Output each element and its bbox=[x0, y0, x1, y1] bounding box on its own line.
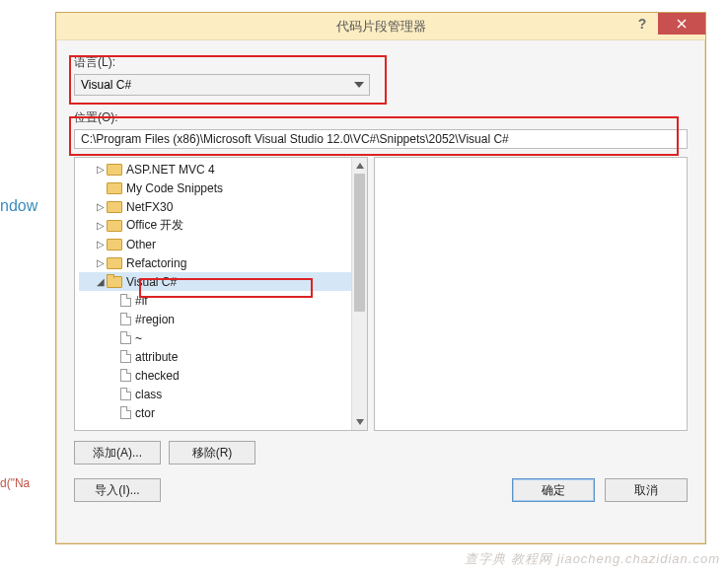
tree-folder-item[interactable]: ▷Other bbox=[79, 235, 367, 253]
tree-file-item[interactable]: ▷checked bbox=[79, 366, 367, 385]
window-title: 代码片段管理器 bbox=[56, 18, 705, 36]
tree-vertical-scrollbar[interactable] bbox=[351, 158, 367, 430]
tree-file-item[interactable]: ▷ctor bbox=[79, 403, 367, 422]
import-button[interactable]: 导入(I)... bbox=[74, 478, 161, 502]
location-label: 位置(O): bbox=[74, 109, 688, 126]
tree-item-label: #region bbox=[135, 313, 175, 326]
tree-item-label: My Code Snippets bbox=[126, 181, 223, 195]
location-path: C:\Program Files (x86)\Microsoft Visual … bbox=[74, 129, 688, 149]
svg-marker-2 bbox=[354, 82, 364, 88]
ok-button[interactable]: 确定 bbox=[512, 478, 595, 502]
tree-folder-item[interactable]: ▷ASP.NET MVC 4 bbox=[79, 160, 367, 179]
svg-marker-4 bbox=[356, 419, 364, 425]
tree-folder-item[interactable]: ▷My Code Snippets bbox=[79, 179, 367, 197]
tree-item-label: Visual C# bbox=[126, 275, 177, 289]
code-snippets-manager-dialog: 代码片段管理器 ? 语言(L): Visual C# 位置(O): C:\Pro… bbox=[55, 12, 706, 544]
folder-icon bbox=[107, 276, 122, 288]
bg-code-pre: d(" bbox=[0, 476, 15, 490]
scroll-up-icon[interactable] bbox=[352, 158, 367, 174]
file-icon bbox=[120, 388, 131, 400]
tree-folder-item[interactable]: ▷Refactoring bbox=[79, 253, 367, 272]
language-value: Visual C# bbox=[81, 78, 131, 92]
svg-marker-3 bbox=[356, 163, 364, 169]
expand-toggle-icon[interactable]: ▷ bbox=[95, 239, 107, 250]
tree-folder-item[interactable]: ▷Office 开发 bbox=[79, 216, 367, 235]
chevron-down-icon bbox=[353, 82, 365, 88]
expand-toggle-icon[interactable]: ▷ bbox=[95, 201, 107, 212]
tree-item-label: attribute bbox=[135, 350, 178, 364]
window-buttons: ? bbox=[626, 13, 705, 35]
expand-toggle-icon[interactable]: ▷ bbox=[95, 164, 107, 175]
close-button[interactable] bbox=[658, 13, 705, 35]
file-icon bbox=[120, 294, 131, 307]
expand-toggle-icon[interactable]: ◢ bbox=[95, 276, 107, 287]
tree-file-item[interactable]: ▷attribute bbox=[79, 347, 367, 366]
tree-item-label: class bbox=[135, 388, 162, 401]
tree-item-label: checked bbox=[135, 369, 180, 383]
tree-folder-item[interactable]: ▷NetFX30 bbox=[79, 197, 367, 216]
tree-item-label: Refactoring bbox=[126, 256, 186, 270]
tree-file-item[interactable]: ▷#if bbox=[79, 291, 367, 310]
folder-icon bbox=[107, 257, 122, 269]
folder-icon bbox=[107, 201, 122, 213]
tree-folder-item[interactable]: ◢Visual C# bbox=[79, 272, 367, 291]
tree-item-label: ASP.NET MVC 4 bbox=[126, 163, 215, 177]
background-text-window: ndow bbox=[0, 197, 37, 215]
dialog-content: 语言(L): Visual C# 位置(O): C:\Program Files… bbox=[56, 40, 705, 514]
tree-item-label: Office 开发 bbox=[126, 217, 183, 234]
expand-toggle-icon[interactable]: ▷ bbox=[95, 257, 107, 268]
tree-file-item[interactable]: ▷#region bbox=[79, 310, 367, 328]
tree-item-label: NetFX30 bbox=[126, 200, 173, 214]
close-icon bbox=[677, 19, 687, 29]
tree-item-label: ~ bbox=[135, 331, 142, 345]
watermark: 查字典 教程网 jiaocheng.chazidian.com bbox=[465, 550, 720, 568]
titlebar[interactable]: 代码片段管理器 ? bbox=[56, 13, 705, 40]
tree-item-label: Other bbox=[126, 238, 156, 251]
tree-item-label: #if bbox=[135, 294, 148, 308]
folder-icon bbox=[107, 182, 122, 194]
file-icon bbox=[120, 406, 131, 419]
folder-icon bbox=[107, 239, 122, 250]
tree-file-item[interactable]: ▷class bbox=[79, 385, 367, 403]
scroll-down-icon[interactable] bbox=[352, 414, 367, 430]
file-icon bbox=[120, 369, 131, 382]
snippet-details-pane bbox=[374, 157, 688, 431]
tree-file-item[interactable]: ▷~ bbox=[79, 328, 367, 347]
tree-item-label: ctor bbox=[135, 406, 155, 420]
add-button[interactable]: 添加(A)... bbox=[74, 441, 161, 465]
bg-code-red: Na bbox=[15, 476, 30, 490]
folder-icon bbox=[107, 220, 122, 232]
file-icon bbox=[120, 331, 131, 344]
language-combobox[interactable]: Visual C# bbox=[74, 74, 370, 96]
folder-icon bbox=[107, 164, 122, 176]
language-label: 语言(L): bbox=[74, 54, 688, 71]
background-text-code: d("Na bbox=[0, 473, 30, 491]
cancel-button[interactable]: 取消 bbox=[605, 478, 688, 502]
file-icon bbox=[120, 350, 131, 363]
help-button[interactable]: ? bbox=[626, 13, 658, 35]
snippet-tree-pane[interactable]: ▷ASP.NET MVC 4▷My Code Snippets▷NetFX30▷… bbox=[74, 157, 368, 431]
expand-toggle-icon[interactable]: ▷ bbox=[95, 220, 107, 231]
file-icon bbox=[120, 313, 131, 325]
scroll-thumb[interactable] bbox=[354, 174, 365, 312]
remove-button[interactable]: 移除(R) bbox=[169, 441, 255, 465]
